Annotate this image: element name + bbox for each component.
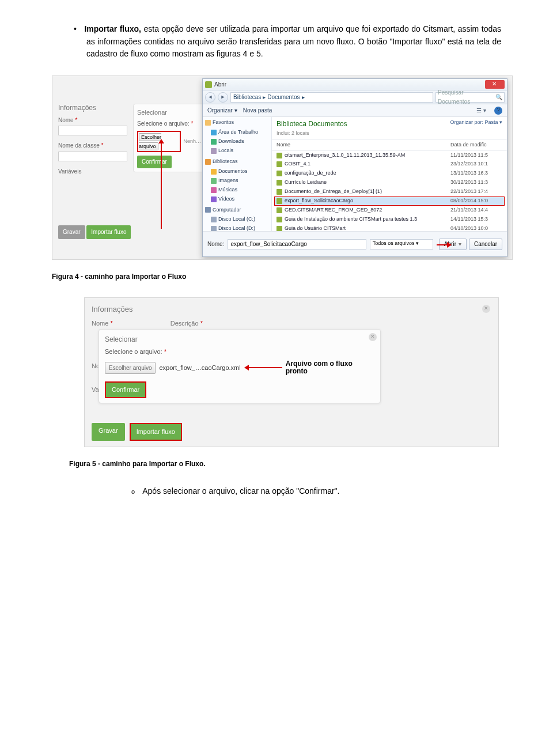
close-icon[interactable] <box>485 80 505 89</box>
info-panel-2: Informações ✕ Nome * Descrição * <box>92 304 491 328</box>
input-classe[interactable] <box>58 152 127 161</box>
bullet-dot: • <box>74 23 77 36</box>
intro-lead: Importar fluxo, <box>84 24 141 33</box>
filename-input[interactable]: export_flow_SolicitacaoCargo <box>228 239 366 250</box>
file-date: 14/11/2013 15:3 <box>450 216 502 224</box>
sub-text-b: "Confirmar". <box>296 486 339 496</box>
nav-forward-icon[interactable]: ► <box>218 92 228 103</box>
figure-4-caption: Figura 4 - caminho para Importar o Fluxo <box>52 271 501 282</box>
file-icon <box>276 153 282 158</box>
dialog-footer: Nome: export_flow_SolicitacaoCargo Todos… <box>203 231 507 256</box>
search-placeholder: Pesquisar Documentos <box>438 88 494 106</box>
arrow-annotation-2 <box>248 367 282 368</box>
gravar-button-2[interactable]: Gravar <box>92 423 125 441</box>
sub-bullet: o Após selecionar o arquivo, clicar na o… <box>52 485 501 498</box>
dialog-title: Abrir <box>214 80 226 89</box>
info-title: Informações <box>58 103 133 114</box>
file-row[interactable]: Documento_de_Entrega_de_Deploy[1] (1)22/… <box>272 187 507 196</box>
importar-fluxo-button-2[interactable]: Importar fluxo <box>131 424 181 440</box>
file-date: 08/01/2014 15:0 <box>450 197 502 205</box>
file-icon <box>276 189 282 195</box>
input-nome[interactable] <box>58 126 127 135</box>
info-panel: Informações Nome * Nome da classe * Vari… <box>58 100 133 239</box>
sidebar-item-downloads[interactable]: Downloads <box>211 137 271 146</box>
selecionar-label-2: Selecione o arquivo: * <box>105 347 374 357</box>
close-icon[interactable]: ✕ <box>369 333 377 341</box>
file-list: citsmart_Enterprise_3.1.0_11.11.2013_11.… <box>272 151 507 232</box>
file-row[interactable]: GED.CITSMART.REC_FROM_GED_807221/11/2013… <box>272 206 507 215</box>
importar-fluxo-button[interactable]: Importar fluxo <box>86 225 131 239</box>
confirmar-button-2[interactable]: Confirmar <box>106 383 145 397</box>
filetype-select[interactable]: Todos os arquivos ▾ <box>370 239 433 250</box>
toolbar-new-folder[interactable]: Nova pasta <box>243 106 272 115</box>
file-icon <box>276 171 282 176</box>
breadcrumb-item-documentos: Documentos ▸ <box>267 93 304 102</box>
breadcrumb[interactable]: Bibliotecas ▸ Documentos ▸ <box>230 92 433 103</box>
dialog-main: Biblioteca Documentos Inclui: 2 locais O… <box>272 117 507 231</box>
organize-by[interactable]: Organizar por: Pasta ▾ <box>450 119 502 127</box>
file-date: 11/11/2013 11:5 <box>450 152 502 160</box>
sidebar-item-locais[interactable]: Locais <box>211 146 271 156</box>
column-date[interactable]: Data de modific <box>450 141 502 149</box>
sidebar-item-imagens[interactable]: Imagens <box>211 176 271 186</box>
breadcrumb-item-bibliotecas: Bibliotecas ▸ <box>233 93 266 102</box>
file-row[interactable]: Currículo Leidiane30/12/2013 11:3 <box>272 178 507 187</box>
file-row[interactable]: configuração_de_rede13/11/2013 16:3 <box>272 169 507 178</box>
file-row[interactable]: Guia do Usuário CITSMart04/10/2013 10:0 <box>272 224 507 231</box>
label-variaveis: Variáveis <box>58 167 133 176</box>
file-date: 13/11/2013 16:3 <box>450 169 502 177</box>
sidebar-item-videos[interactable]: Vídeos <box>211 195 271 204</box>
label-classe: Nome da classe * <box>58 141 133 150</box>
view-icon[interactable]: ☰ ▾ <box>476 106 486 115</box>
sidebar-item-desktop[interactable]: Área de Trabalho <box>211 128 271 137</box>
file-row[interactable]: citsmart_Enterprise_3.1.0_11.11.2013_11.… <box>272 151 507 160</box>
cancel-button[interactable]: Cancelar <box>469 239 502 250</box>
confirmar-button[interactable]: Confirmar <box>137 156 172 168</box>
sidebar-item-disco-d[interactable]: Disco Local (D:) <box>211 224 271 231</box>
toolbar-organize[interactable]: Organizar ▾ <box>207 106 237 115</box>
sidebar-item-documentos[interactable]: Documentos <box>211 167 271 176</box>
dialog-nav: ◄ ► Bibliotecas ▸ Documentos ▸ Pesquisar… <box>203 90 507 104</box>
close-icon[interactable]: ✕ <box>482 305 490 313</box>
sidebar-item-disco-c[interactable]: Disco Local (C:) <box>211 215 271 224</box>
library-title: Biblioteca Documentos <box>276 119 347 130</box>
name-label: Nome: <box>207 240 224 249</box>
sidebar-favorites: Favoritos <box>205 119 269 127</box>
file-name: export_flow_SolicitacaoCargo <box>285 197 448 205</box>
file-icon <box>276 226 282 231</box>
label-nome-2: Nome * <box>92 319 113 328</box>
nenhum-arquivo-text: Nenh… <box>183 138 201 146</box>
figure-4-screenshot: Informações Nome * Nome da classe * Vari… <box>52 75 513 260</box>
intro-text: esta opção deve ser utilizada para impor… <box>86 24 501 58</box>
help-icon[interactable]: ? <box>494 107 502 115</box>
file-name: citsmart_Enterprise_3.1.0_11.11.2013_11.… <box>285 152 448 160</box>
gravar-button[interactable]: Gravar <box>58 225 85 239</box>
file-date: 21/11/2013 14:4 <box>450 206 502 214</box>
file-name: Guia do Usuário CITSMart <box>285 225 448 231</box>
sidebar-item-musicas[interactable]: Músicas <box>211 186 271 195</box>
arrow-open-annotation <box>437 244 448 245</box>
sidebar-computador: Computador <box>205 206 269 214</box>
escolher-arquivo-button-2[interactable]: Escolher arquivo <box>105 362 156 375</box>
selecionar-panel: Selecionar Selecione o arquivo: * Escolh… <box>133 104 205 172</box>
search-input[interactable]: Pesquisar Documentos 🔍 <box>435 92 505 103</box>
file-row[interactable]: export_flow_SolicitacaoCargo08/01/2014 1… <box>274 196 505 206</box>
selecionar-title-2: Selecionar <box>105 334 374 345</box>
library-subtitle: Inclui: 2 locais <box>276 130 347 138</box>
selecionar-label: Selecione o arquivo: * <box>137 119 201 128</box>
sub-text-a: Após selecionar o arquivo, clicar na opç… <box>142 486 296 496</box>
dialog-sidebar: Favoritos Área de Trabalho Downloads Loc… <box>203 117 272 231</box>
column-name[interactable]: Nome <box>276 141 450 149</box>
selecionar-panel-2: ✕ Selecionar Selecione o arquivo: * Esco… <box>99 329 381 403</box>
annotation-text: Arquivo com o fluxopronto <box>286 360 353 375</box>
file-row[interactable]: COBIT_4.123/12/2013 10:1 <box>272 160 507 169</box>
file-name: configuração_de_rede <box>285 169 448 177</box>
file-date: 23/12/2013 10:1 <box>450 160 502 168</box>
file-open-dialog: Abrir ◄ ► Bibliotecas ▸ Documentos ▸ Pes… <box>202 78 507 257</box>
label-nome: Nome * <box>58 116 133 125</box>
file-icon <box>276 180 282 186</box>
nav-back-icon[interactable]: ◄ <box>205 92 215 103</box>
file-row[interactable]: Guia de Instalação do ambiente CITSMart … <box>272 215 507 224</box>
confirmar-highlight: Confirmar <box>105 381 146 398</box>
info-title-2: Informações <box>92 304 491 315</box>
